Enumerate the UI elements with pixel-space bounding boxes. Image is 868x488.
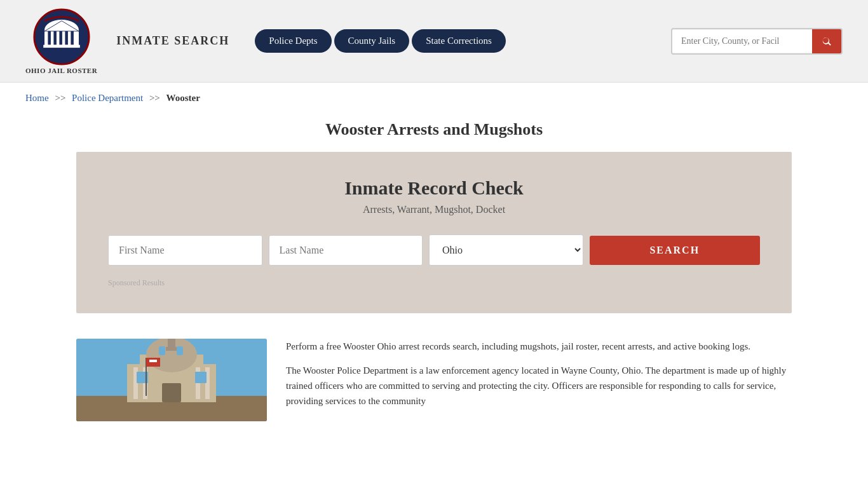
svg-rect-3 [48, 31, 51, 45]
breadcrumb: Home >> Police Department >> Wooster [0, 83, 868, 114]
building-illustration [76, 339, 267, 421]
nav-police-depts[interactable]: Police Depts [255, 29, 331, 53]
svg-rect-6 [65, 31, 68, 45]
content-image [76, 339, 267, 421]
breadcrumb-sep2: >> [149, 93, 160, 103]
svg-rect-7 [71, 31, 74, 45]
breadcrumb-current: Wooster [166, 93, 200, 103]
state-select[interactable]: Ohio [429, 234, 583, 266]
first-name-input[interactable] [108, 235, 262, 266]
last-name-input[interactable] [269, 235, 423, 266]
record-check-form: Ohio SEARCH [108, 234, 760, 266]
nav-county-jails[interactable]: County Jails [334, 29, 410, 53]
header-search-input[interactable] [672, 30, 812, 53]
svg-rect-19 [177, 346, 183, 355]
page-title: Wooster Arrests and Mugshots [0, 120, 868, 139]
svg-rect-18 [159, 346, 165, 355]
svg-rect-16 [166, 347, 177, 351]
svg-rect-4 [53, 31, 57, 45]
breadcrumb-sep1: >> [55, 93, 65, 103]
site-title: Inmate Search [116, 34, 229, 48]
header: Ohio Jail Roster Inmate Search Police De… [0, 0, 868, 83]
content-paragraph-1: Perform a free Wooster Ohio arrest recor… [286, 339, 792, 354]
breadcrumb-section[interactable]: Police Department [72, 93, 143, 103]
record-check-title: Inmate Record Check [108, 177, 760, 199]
header-search-button[interactable] [812, 29, 841, 53]
nav-buttons: Police Depts County Jails State Correcti… [255, 29, 506, 53]
breadcrumb-home[interactable]: Home [25, 93, 49, 103]
record-check-section: Inmate Record Check Arrests, Warrant, Mu… [76, 152, 792, 313]
record-check-search-button[interactable]: SEARCH [590, 236, 761, 265]
svg-rect-15 [168, 339, 175, 348]
logo-link[interactable]: Ohio Jail Roster [25, 8, 97, 74]
logo-icon [33, 8, 90, 65]
content-text: Perform a free Wooster Ohio arrest recor… [286, 339, 792, 421]
svg-rect-26 [195, 372, 207, 383]
record-check-subtitle: Arrests, Warrant, Mugshot, Docket [108, 204, 760, 215]
sponsored-results-label: Sponsored Results [108, 278, 760, 288]
header-search-bar [671, 28, 843, 55]
svg-rect-5 [59, 31, 62, 45]
svg-rect-8 [43, 44, 80, 48]
nav-state-corrections[interactable]: State Corrections [412, 29, 506, 53]
search-icon [821, 36, 832, 47]
svg-rect-29 [149, 360, 157, 362]
logo-text: Ohio Jail Roster [25, 67, 97, 74]
content-section: Perform a free Wooster Ohio arrest recor… [0, 332, 868, 440]
content-paragraph-2: The Wooster Police Department is a law e… [286, 363, 792, 409]
svg-rect-24 [162, 383, 181, 402]
